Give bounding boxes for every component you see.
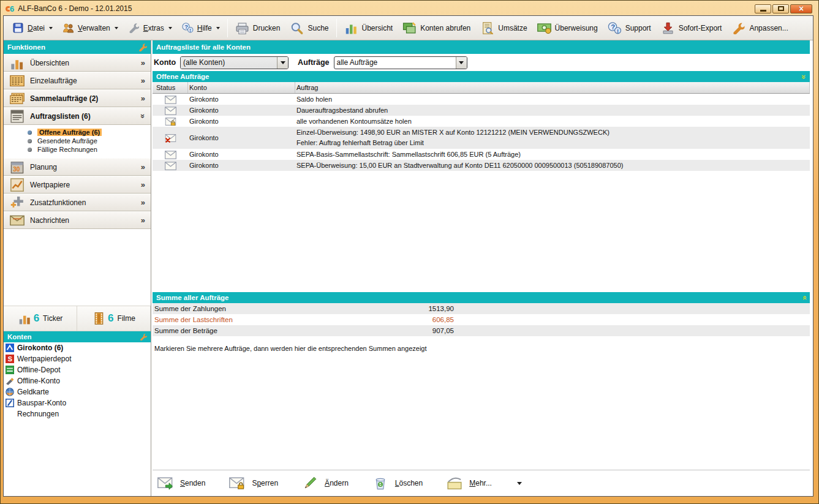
bar-chart-icon	[10, 56, 25, 70]
sidebar-item-sammelauftraege[interactable]: Sammelaufträge (2)	[4, 89, 151, 107]
column-status[interactable]: Status	[153, 82, 188, 93]
offline-konto-icon	[6, 377, 14, 385]
menu-verwalten[interactable]: Verwalten	[58, 20, 123, 36]
table-header: Status Konto Auftrag	[153, 82, 810, 94]
printer-icon	[235, 22, 249, 34]
document-search-icon	[480, 22, 494, 34]
auftraege-select[interactable]: alle Aufträge	[334, 56, 467, 69]
chevron-down-icon	[216, 27, 220, 29]
table-row[interactable]: Girokonto Dauerauftragsbestand abrufen	[153, 105, 810, 116]
chevron-down-icon[interactable]	[277, 57, 288, 69]
mehr-button[interactable]: Mehr...	[447, 476, 505, 490]
chevron-down-icon	[49, 27, 53, 29]
collapse-section-icon[interactable]	[799, 74, 809, 78]
trash-icon	[372, 476, 388, 490]
envelope-icon	[165, 161, 176, 170]
toolbar: Datei Verwalten Extras Hilfe Druc	[4, 16, 813, 40]
sidebar-item-planung[interactable]: Planung	[4, 158, 151, 176]
chevron-right-icon	[141, 58, 145, 67]
table-row[interactable]: Girokonto alle vorhandenen Kontoumsätze …	[153, 116, 810, 127]
sidebar-item-wertpapiere[interactable]: Wertpapiere	[4, 176, 151, 194]
close-button[interactable]	[790, 4, 812, 13]
toolbar-uebersicht-button[interactable]: Übersicht	[339, 20, 398, 37]
funktionen-header: Funktionen	[4, 40, 151, 54]
account-offline-konto[interactable]: Offline-Konto	[4, 375, 151, 386]
mehr-dropdown-caret[interactable]	[517, 482, 522, 485]
sidebar-item-zusatzfunktionen[interactable]: Zusatzfunktionen	[4, 194, 151, 211]
aendern-button[interactable]: Ändern	[302, 476, 361, 490]
wrench-icon[interactable]	[140, 333, 147, 340]
konten-header: Konten	[4, 331, 151, 342]
table-row[interactable]: Girokonto SEPA-Basis-Sammellastschrift: …	[153, 149, 810, 160]
column-auftrag[interactable]: Auftrag	[295, 82, 810, 93]
girokonto-bank-icon	[6, 344, 14, 352]
account-rechnungen[interactable]: Rechnungen	[4, 408, 151, 419]
sidebar-subitem-gesendete-auftraege[interactable]: Gesendete Aufträge	[4, 137, 151, 145]
people-icon	[62, 23, 74, 33]
toolbar-drucken-button[interactable]: Drucken	[230, 20, 285, 37]
konto-filter-label: Konto	[154, 58, 176, 67]
table-row[interactable]: Girokonto Saldo holen	[153, 94, 810, 105]
titlebar: 6 ALF-BanCo 6 - Demo - 12.01.2015	[3, 1, 813, 15]
fetch-accounts-icon	[402, 22, 417, 34]
chevron-down-icon[interactable]	[456, 57, 467, 69]
offene-auftraege-header: Offene Aufträge	[153, 71, 810, 82]
wrench-icon[interactable]	[138, 43, 147, 51]
column-konto[interactable]: Konto	[188, 82, 295, 93]
sparkasse-icon	[6, 355, 14, 363]
konto-select[interactable]: (alle Konten)	[180, 56, 289, 69]
toolbar-sofort-export-button[interactable]: Sofort-Export	[656, 20, 727, 37]
envelope-error-icon	[165, 134, 176, 143]
menu-hilfe[interactable]: Hilfe	[177, 20, 225, 36]
geldkarte-globe-icon	[6, 388, 14, 396]
account-offline-depot[interactable]: Offline-Depot	[4, 364, 151, 375]
sum-row-zahlungen: Summe der Zahlungen 1513,90	[153, 303, 810, 314]
collapse-section-icon[interactable]	[799, 295, 809, 299]
sidebar-subitem-offene-auftraege[interactable]: Offene Aufträge (6)	[4, 128, 151, 137]
chevron-right-icon	[141, 94, 145, 103]
account-girokonto[interactable]: Girokonto (6)	[4, 342, 151, 353]
sum-row-lastschriften: Summe der Lastschriften 606,85	[153, 314, 810, 325]
pencil-icon	[302, 476, 318, 490]
film-icon	[92, 312, 106, 325]
sidebar-subitem-faellige-rechnungen[interactable]: Fällige Rechnungen	[4, 145, 151, 154]
window-title: ALF-BanCo 6 - Demo - 12.01.2015	[18, 4, 132, 13]
menu-extras[interactable]: Extras	[123, 20, 177, 36]
chevron-expand-icon	[138, 114, 148, 118]
table-row[interactable]: Girokonto SEPA-Überweisung: 15,00 EUR an…	[153, 160, 810, 171]
loeschen-button[interactable]: Löschen	[372, 476, 436, 490]
selection-hint-text: Markieren Sie mehrere Aufträge, dann wer…	[153, 345, 810, 356]
maximize-button[interactable]	[772, 4, 789, 13]
toolbar-separator	[227, 19, 228, 37]
senden-button[interactable]: Senden	[157, 476, 218, 490]
toolbar-umsaetze-button[interactable]: Umsätze	[475, 20, 532, 37]
plus-icon	[10, 196, 25, 209]
table-row[interactable]: Girokonto Einzel-Überweisung: 1498,90 EU…	[153, 127, 810, 149]
minimize-button[interactable]	[755, 4, 771, 13]
envelope-icon	[165, 150, 176, 159]
menu-datei[interactable]: Datei	[7, 20, 58, 36]
filme-button[interactable]: 6 Filme	[77, 306, 151, 331]
envelope-lock-icon	[165, 117, 176, 126]
note-icon	[447, 476, 462, 490]
minimize-icon	[760, 10, 766, 12]
account-geldkarte[interactable]: Geldkarte	[4, 386, 151, 397]
toolbar-konten-abrufen-button[interactable]: Konten abrufen	[398, 20, 475, 37]
toolbar-ueberweisung-button[interactable]: Überweisung	[532, 20, 603, 37]
bullet-icon	[28, 139, 32, 143]
main-panel: Auftragsliste für alle Konten Konto (all…	[151, 40, 813, 496]
sperren-button[interactable]: Sperren	[229, 476, 291, 490]
bullet-icon	[28, 148, 32, 152]
stock-chart-icon	[10, 178, 25, 192]
account-bauspar-konto[interactable]: Bauspar-Konto	[4, 397, 151, 408]
ticker-button[interactable]: 6 Ticker	[4, 306, 77, 331]
sidebar-item-auftragslisten[interactable]: Auftragslisten (6)	[4, 107, 151, 125]
toolbar-anpassen-button[interactable]: Anpassen...	[727, 20, 793, 37]
sidebar-item-einzelauftraege[interactable]: Einzelaufträge	[4, 72, 151, 89]
account-wertpapierdepot[interactable]: Wertpapierdepot	[4, 353, 151, 364]
toolbar-support-button[interactable]: Support	[603, 20, 656, 37]
toolbar-suche-button[interactable]: Suche	[285, 20, 333, 37]
sidebar: Funktionen Übersichten Einzelaufträge	[4, 40, 151, 496]
sidebar-item-nachrichten[interactable]: Nachrichten	[4, 211, 151, 229]
sidebar-item-uebersichten[interactable]: Übersichten	[4, 54, 151, 72]
